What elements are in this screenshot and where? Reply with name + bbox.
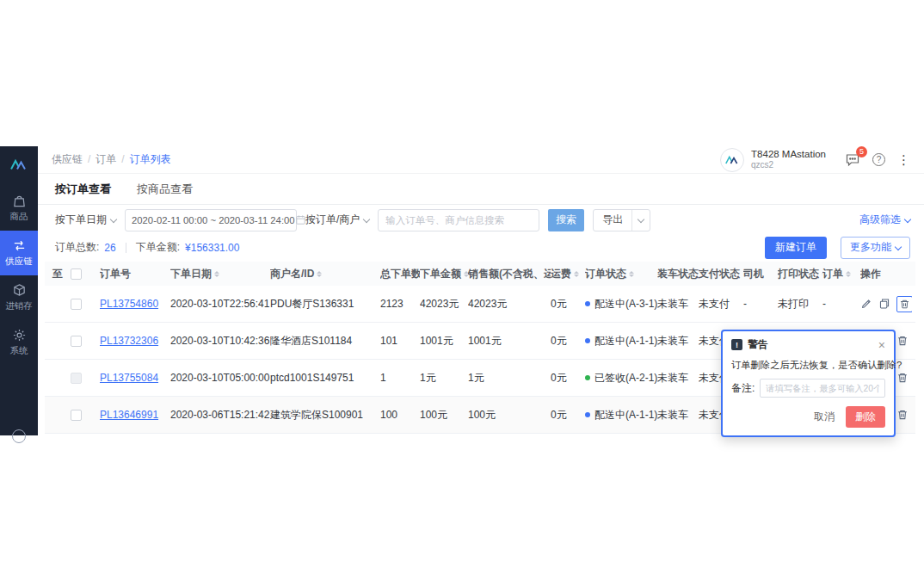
user-name: T8428 MAstation [751, 148, 826, 160]
column-label: 打印状态 [778, 267, 819, 281]
amount-cell: 42023元 [420, 297, 468, 312]
search-type-dropdown[interactable]: 按订单/商户 [305, 213, 369, 227]
order-link[interactable]: PL13754860 [100, 298, 158, 310]
status-text: 配送中(A-1-1) [594, 334, 657, 349]
sort-up-arrow [317, 271, 322, 274]
order-count-value: 26 [104, 242, 115, 254]
messages-button[interactable]: 5 [845, 152, 860, 168]
more-functions-button[interactable]: 更多功能 [841, 237, 910, 259]
sort-icon[interactable] [214, 271, 219, 277]
order-link[interactable]: PL13732306 [100, 335, 158, 347]
column-header-merchant[interactable]: 商户名/ID [270, 267, 380, 281]
note-label: 备注: [731, 381, 755, 396]
print-status-cell: 未打印 [778, 297, 822, 312]
new-order-button[interactable]: 新建订单 [765, 237, 827, 259]
app-logo[interactable] [0, 146, 38, 186]
column-label: 运费 [551, 267, 571, 281]
copy-icon[interactable] [878, 298, 890, 310]
sort-up-arrow [629, 271, 634, 274]
sidebar-item-supply-chain[interactable]: 供应链 [0, 231, 38, 275]
row-checkbox[interactable] [71, 299, 82, 310]
qty-cell: 101 [380, 335, 420, 347]
note-input[interactable] [760, 379, 885, 398]
user-info[interactable]: T8428 MAstation qzcs2 [751, 148, 826, 171]
column-header-order-extra[interactable]: 订单 [822, 267, 860, 281]
export-button[interactable]: 导出 [593, 209, 650, 231]
tab-goods-view[interactable]: 按商品查看 [137, 173, 193, 206]
tab-order-view[interactable]: 按订单查看 [55, 173, 111, 206]
column-header-actions: 操作 [860, 267, 912, 281]
search-button[interactable]: 搜索 [548, 209, 584, 231]
more-functions-label: 更多功能 [850, 240, 891, 255]
more-menu-icon[interactable]: ⋮ [897, 153, 910, 166]
system-gear-icon [12, 328, 27, 342]
column-header-driver: 司机 [743, 267, 778, 281]
extra-cell: - [822, 298, 860, 310]
merchant-cell: ptcd1001S149751 [270, 372, 380, 384]
order-link[interactable]: PL13755084 [100, 372, 158, 384]
row-checkbox-cell [71, 299, 100, 310]
partial-icon [12, 429, 26, 443]
row-checkbox[interactable] [71, 410, 82, 421]
sort-icon[interactable] [574, 271, 579, 277]
column-header-amount[interactable]: 下单金额 [420, 267, 468, 281]
column-header-order-date[interactable]: 下单日期 [170, 267, 270, 281]
summary-bar: 订单总数: 26 下单金额: ¥156331.00 新建订单 更多功能 [38, 235, 924, 262]
sort-up-arrow [574, 271, 579, 274]
column-header-order-no: 订单号 [100, 267, 170, 281]
sort-down-arrow [317, 275, 322, 277]
date-range-input[interactable]: 2020-02-11 00:00 ~ 2020-03-11 24:00 [125, 209, 297, 231]
delete-icon-highlighted[interactable] [896, 296, 912, 312]
qty-cell: 100 [380, 409, 420, 421]
status-text: 配送中(A-3-1) [594, 297, 657, 312]
delete-icon[interactable] [896, 372, 909, 384]
column-header-qty: 总下单数 [380, 267, 420, 281]
cancel-button[interactable]: 取消 [814, 410, 835, 424]
search-input[interactable] [378, 209, 539, 231]
export-caret[interactable] [631, 210, 650, 231]
close-icon[interactable]: × [878, 339, 885, 351]
sidebar-item-inventory[interactable]: 进销存 [0, 275, 38, 320]
avatar[interactable] [720, 148, 744, 172]
popup-footer: 取消 删除 [731, 406, 885, 428]
row-checkbox[interactable] [71, 336, 82, 347]
breadcrumb-orders[interactable]: 订单 [95, 152, 129, 167]
sort-up-arrow [846, 271, 851, 274]
select-all-checkbox[interactable] [71, 268, 82, 280]
date-type-dropdown[interactable]: 按下单日期 [55, 213, 116, 227]
actions-cell [860, 296, 912, 312]
edit-icon[interactable] [860, 298, 872, 310]
column-header-sales[interactable]: 销售额(不含税、运) [468, 267, 551, 281]
date-range-value: 2020-02-11 00:00 ~ 2020-03-11 24:00 [132, 215, 295, 225]
confirm-delete-button[interactable]: 删除 [846, 406, 885, 428]
divider [126, 243, 126, 253]
help-icon[interactable]: ? [872, 153, 885, 166]
freight-cell: 0元 [551, 408, 585, 423]
search-type-label: 按订单/商户 [305, 213, 360, 227]
column-header-freight[interactable]: 运费 [551, 267, 585, 281]
order-no-cell: PL13754860 [100, 298, 170, 310]
sort-icon[interactable] [846, 271, 851, 277]
sort-icon[interactable] [317, 271, 322, 277]
popup-header: ! 警告 × [731, 337, 885, 352]
sort-down-arrow [846, 275, 851, 277]
delete-icon[interactable] [896, 335, 909, 347]
chevron-down-icon [895, 243, 902, 250]
sidebar-item-system[interactable]: 系统 [0, 320, 38, 365]
sort-icon[interactable] [629, 271, 634, 277]
sidebar-item-goods[interactable]: 商品 [0, 186, 38, 231]
export-label: 导出 [594, 213, 631, 227]
chevron-down-icon [904, 215, 911, 222]
calendar-icon [295, 214, 306, 225]
merchant-cell: 建筑学院保S100901 [270, 408, 380, 423]
breadcrumb-supply-chain[interactable]: 供应链 [52, 152, 95, 167]
delete-icon[interactable] [896, 409, 909, 421]
column-header-print-status[interactable]: 打印状态 [778, 267, 822, 281]
advanced-filter-link[interactable]: 高级筛选 [859, 213, 910, 227]
chevron-down-icon [363, 215, 370, 222]
column-header-status[interactable]: 订单状态 [585, 267, 657, 281]
supply-chain-icon [12, 238, 27, 253]
status-dot [585, 301, 590, 306]
sales-cell: 42023元 [468, 297, 551, 312]
order-link[interactable]: PL13646991 [100, 409, 158, 421]
